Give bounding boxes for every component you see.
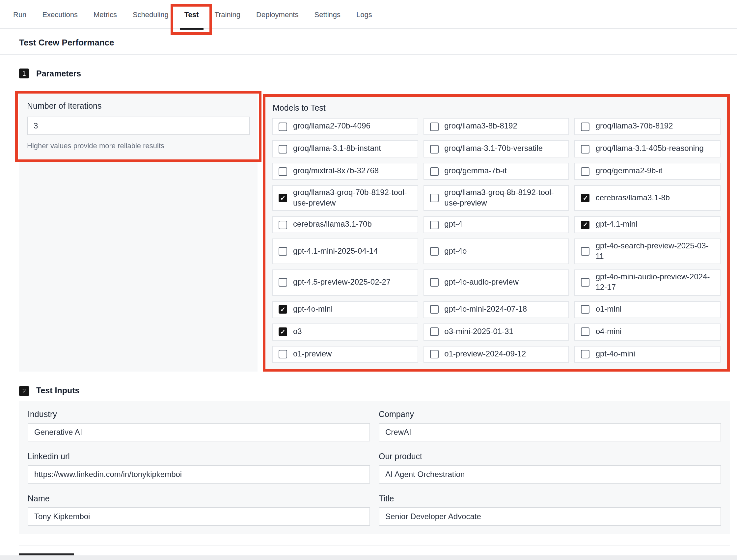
model-checkbox[interactable]: [430, 194, 438, 202]
section-number-badge: 1: [19, 69, 29, 78]
nav-tab-executions[interactable]: Executions: [34, 0, 86, 28]
model-checkbox-item[interactable]: gpt-4o-mini: [575, 346, 721, 363]
model-checkbox-item[interactable]: groq/mixtral-8x7b-32768: [272, 163, 418, 180]
model-checkbox[interactable]: [581, 122, 590, 131]
model-checkbox-item[interactable]: gpt-4o-audio-preview: [423, 270, 569, 295]
model-checkbox[interactable]: [279, 350, 287, 358]
model-checkbox[interactable]: [430, 167, 438, 176]
model-checkbox-item[interactable]: gpt-4o-search-preview-2025-03-11: [575, 238, 721, 264]
name-input[interactable]: [28, 507, 370, 525]
model-checkbox[interactable]: [430, 122, 438, 131]
nav-tab-metrics[interactable]: Metrics: [86, 0, 125, 28]
company-input[interactable]: [379, 423, 721, 441]
model-checkbox[interactable]: [430, 350, 438, 358]
nav-tab-label: Settings: [315, 10, 341, 18]
industry-input[interactable]: [28, 423, 370, 441]
model-checkbox-item[interactable]: gpt-4o-mini-2024-07-18: [423, 301, 569, 318]
model-checkbox-item[interactable]: o1-mini: [575, 301, 721, 318]
model-checkbox-item[interactable]: gpt-4.1-mini-2025-04-14: [272, 238, 418, 264]
models-panel: Models to Test groq/llama2-70b-4096 groq…: [266, 97, 727, 369]
nav-tab-training[interactable]: Training: [207, 0, 248, 28]
model-name-label: o3: [293, 327, 302, 337]
model-checkbox[interactable]: [430, 220, 438, 229]
model-checkbox-item[interactable]: groq/llama2-70b-4096: [272, 118, 418, 135]
red-annotation-box-models: Models to Test groq/llama2-70b-4096 groq…: [263, 94, 730, 371]
model-checkbox-item[interactable]: ✓ groq/llama3-groq-70b-8192-tool-use-pre…: [272, 185, 418, 211]
model-checkbox-item[interactable]: gpt-4.5-preview-2025-02-27: [272, 270, 418, 295]
model-checkbox-item[interactable]: ✓ cerebras/llama3.1-8b: [575, 185, 721, 211]
model-checkbox-item[interactable]: groq/gemma2-9b-it: [575, 163, 721, 180]
nav-tab-logs[interactable]: Logs: [349, 0, 380, 28]
model-checkbox[interactable]: [581, 167, 590, 176]
model-checkbox[interactable]: [279, 220, 287, 229]
model-name-label: o1-mini: [596, 304, 622, 315]
model-name-label: groq/llama-3.1-70b-versatile: [444, 144, 543, 154]
model-checkbox[interactable]: [581, 247, 590, 256]
nav-tab-scheduling[interactable]: Scheduling: [125, 0, 177, 28]
model-checkbox[interactable]: [581, 350, 590, 358]
page-content: 1 Parameters Number of Iterations Higher…: [19, 69, 730, 560]
model-checkbox[interactable]: ✓: [279, 305, 287, 314]
model-checkbox[interactable]: [581, 305, 590, 314]
model-checkbox-item[interactable]: groq/llama-3.1-405b-reasoning: [575, 140, 721, 157]
check-icon: ✓: [583, 195, 588, 201]
model-checkbox-item[interactable]: gpt-4o-mini-audio-preview-2024-12-17: [575, 270, 721, 295]
model-checkbox-item[interactable]: ✓ o3: [272, 323, 418, 340]
parameters-row: Number of Iterations Higher values provi…: [19, 94, 730, 371]
model-checkbox[interactable]: [279, 278, 287, 287]
model-checkbox-item[interactable]: o1-preview: [272, 346, 418, 363]
nav-tab-run[interactable]: Run: [5, 0, 34, 28]
top-nav: Run Executions Metrics Scheduling Test T…: [0, 0, 737, 29]
model-checkbox[interactable]: ✓: [581, 194, 590, 202]
model-name-label: gpt-4o-mini: [293, 304, 333, 315]
model-checkbox[interactable]: [430, 247, 438, 256]
iterations-panel: Number of Iterations Higher values provi…: [19, 94, 258, 371]
model-checkbox[interactable]: [430, 145, 438, 153]
model-checkbox[interactable]: ✓: [279, 194, 287, 202]
model-checkbox[interactable]: [279, 145, 287, 153]
model-checkbox[interactable]: [430, 327, 438, 336]
title-input[interactable]: [379, 507, 721, 525]
section-number-badge: 2: [19, 386, 29, 396]
model-checkbox-item[interactable]: groq/gemma-7b-it: [423, 163, 569, 180]
model-checkbox-item[interactable]: gpt-4: [423, 216, 569, 233]
model-checkbox[interactable]: [279, 247, 287, 256]
nav-tab-settings[interactable]: Settings: [307, 0, 349, 28]
linkedin-url-input[interactable]: [28, 465, 370, 483]
model-checkbox-item[interactable]: ✓ gpt-4o-mini: [272, 301, 418, 318]
model-checkbox-item[interactable]: groq/llama-3.1-8b-instant: [272, 140, 418, 157]
model-checkbox[interactable]: [581, 145, 590, 153]
model-name-label: o1-preview-2024-09-12: [444, 349, 526, 359]
active-tab-underline: [180, 28, 204, 29]
nav-tab-label: Run: [13, 10, 26, 18]
model-checkbox[interactable]: ✓: [581, 220, 590, 229]
nav-tab-test[interactable]: Test: [177, 0, 207, 28]
model-name-label: gpt-4o-mini-audio-preview-2024-12-17: [596, 272, 714, 293]
model-checkbox-item[interactable]: ✓ gpt-4.1-mini: [575, 216, 721, 233]
model-checkbox[interactable]: [279, 167, 287, 176]
our-product-input[interactable]: [379, 465, 721, 483]
model-checkbox[interactable]: [581, 327, 590, 336]
model-checkbox[interactable]: [279, 122, 287, 131]
model-checkbox-item[interactable]: groq/llama-3.1-70b-versatile: [423, 140, 569, 157]
model-checkbox[interactable]: [430, 305, 438, 314]
model-checkbox-item[interactable]: groq/llama3-groq-8b-8192-tool-use-previe…: [423, 185, 569, 211]
model-checkbox-item[interactable]: gpt-4o: [423, 238, 569, 264]
model-checkbox-item[interactable]: o3-mini-2025-01-31: [423, 323, 569, 340]
model-name-label: gpt-4.5-preview-2025-02-27: [293, 277, 390, 288]
model-checkbox[interactable]: [430, 278, 438, 287]
model-checkbox[interactable]: ✓: [279, 327, 287, 336]
nav-tab-deployments[interactable]: Deployments: [248, 0, 306, 28]
iterations-input[interactable]: [27, 117, 250, 135]
model-checkbox[interactable]: [581, 278, 590, 287]
model-checkbox-item[interactable]: groq/llama3-70b-8192: [575, 118, 721, 135]
input-field-label: Our product: [379, 452, 721, 461]
model-checkbox-item[interactable]: cerebras/llama3.1-70b: [272, 216, 418, 233]
model-checkbox-item[interactable]: o4-mini: [575, 323, 721, 340]
model-checkbox-item[interactable]: groq/llama3-8b-8192: [423, 118, 569, 135]
model-name-label: o4-mini: [596, 327, 622, 337]
model-name-label: groq/llama-3.1-405b-reasoning: [596, 144, 704, 154]
field-group-industry: Industry: [28, 409, 370, 441]
model-checkbox-item[interactable]: o1-preview-2024-09-12: [423, 346, 569, 363]
test-inputs-section-header: 2 Test Inputs: [19, 386, 730, 396]
